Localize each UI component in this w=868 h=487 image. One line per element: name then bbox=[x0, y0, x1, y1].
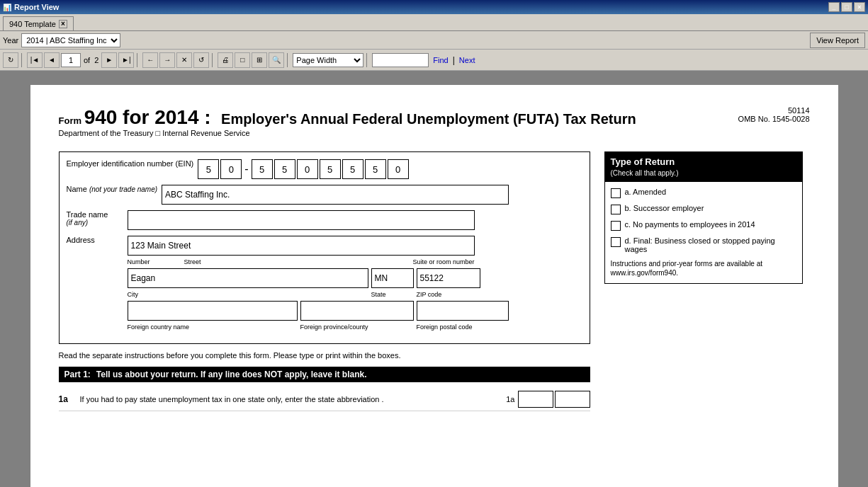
foreign-country-input[interactable] bbox=[128, 301, 298, 321]
part1-header: Part 1: Tell us about your return. If an… bbox=[59, 367, 590, 382]
find-input[interactable] bbox=[372, 53, 429, 67]
instructions: Read the separate instructions before yo… bbox=[59, 351, 590, 360]
form-fields-box: Employer identification number (EIN) 5 0… bbox=[59, 151, 590, 344]
address-row: Address Number Street Suite or room numb… bbox=[67, 236, 582, 331]
form-prefix: Form bbox=[59, 115, 82, 126]
next-page-button[interactable]: ► bbox=[101, 52, 117, 68]
foreign-province-input[interactable] bbox=[300, 301, 414, 321]
tor-item-d: d. Final: Business closed or stopped pay… bbox=[611, 236, 796, 253]
ein-row: Employer identification number (EIN) 5 0… bbox=[67, 159, 582, 179]
tor-checkbox-d[interactable] bbox=[611, 237, 621, 247]
tor-header: Type of Return (Check all that apply.) bbox=[605, 152, 802, 182]
window-title-bar: 📊 Report View _ □ × bbox=[0, 0, 868, 14]
omb-number: 50114 bbox=[738, 106, 810, 115]
tor-subheader: (Check all that apply.) bbox=[611, 169, 679, 177]
year-bar: Year 2014 | ABC Staffing Inc. View Repor… bbox=[0, 31, 868, 50]
line-1a-box-1[interactable] bbox=[518, 391, 553, 408]
ein-digit-4[interactable]: 5 bbox=[274, 159, 295, 179]
part1-label: Part 1: bbox=[64, 369, 91, 379]
ein-digit-7[interactable]: 5 bbox=[342, 159, 363, 179]
tor-label-b: b. Successor employer bbox=[625, 204, 704, 212]
foreign-province-label: Foreign province/county bbox=[300, 323, 414, 331]
zoom-button[interactable]: 🔍 bbox=[269, 52, 284, 68]
ein-digit-5[interactable]: 0 bbox=[297, 159, 318, 179]
close-button[interactable]: × bbox=[854, 2, 865, 12]
state-input[interactable] bbox=[371, 268, 414, 288]
ein-container: 5 0 - 5 5 0 5 5 5 0 bbox=[198, 159, 408, 179]
form-title-area: Form 940 for 2014 : Employer's Annual Fe… bbox=[59, 106, 738, 137]
ein-digit-3[interactable]: 5 bbox=[252, 159, 273, 179]
city-input[interactable] bbox=[128, 268, 368, 288]
addr-number-label: Number bbox=[128, 258, 184, 265]
print-button[interactable]: 🖨 bbox=[218, 52, 233, 68]
tor-checkbox-b[interactable] bbox=[611, 205, 621, 214]
right-panel-wrapper: Type of Return (Check all that apply.) a… bbox=[604, 151, 810, 411]
zip-input[interactable] bbox=[417, 268, 480, 288]
form-fields-area: Employer identification number (EIN) 5 0… bbox=[59, 151, 590, 411]
city-label: City bbox=[128, 291, 368, 298]
address-input[interactable] bbox=[128, 236, 475, 256]
ein-digit-2[interactable]: 0 bbox=[220, 159, 242, 179]
addr-street-label: Street bbox=[184, 258, 326, 265]
zoom-select[interactable]: Page Width bbox=[293, 53, 363, 67]
tor-checkbox-a[interactable] bbox=[611, 188, 621, 198]
back-button[interactable]: ← bbox=[142, 52, 158, 68]
tor-item-b: b. Successor employer bbox=[611, 204, 796, 214]
multi-page-button[interactable]: ⊞ bbox=[252, 52, 267, 68]
separator-3 bbox=[212, 53, 215, 67]
tor-label-c: c. No payments to employees in 2014 bbox=[625, 220, 755, 229]
addr-suite-label: Suite or room number bbox=[326, 258, 475, 265]
document: Form 940 for 2014 : Employer's Annual Fe… bbox=[30, 85, 838, 487]
stop-button[interactable]: ✕ bbox=[176, 52, 192, 68]
tor-item-c: c. No payments to employees in 2014 bbox=[611, 220, 796, 231]
form-number: Form 940 for 2014 : Employer's Annual Fe… bbox=[59, 106, 738, 129]
part1-title: Tell us about your return. If any line d… bbox=[96, 369, 367, 379]
tab-close-button[interactable]: × bbox=[59, 20, 67, 28]
first-page-button[interactable]: |◄ bbox=[27, 52, 43, 68]
ein-digit-8[interactable]: 5 bbox=[365, 159, 386, 179]
maximize-button[interactable]: □ bbox=[841, 2, 852, 12]
zip-label: ZIP code bbox=[417, 291, 480, 298]
tab-940-template[interactable]: 940 Template × bbox=[3, 16, 74, 30]
forward-button[interactable]: → bbox=[159, 52, 175, 68]
ein-digit-9[interactable]: 0 bbox=[388, 159, 409, 179]
minimize-button[interactable]: _ bbox=[828, 2, 840, 12]
city-state-labels: City State ZIP code bbox=[128, 291, 509, 298]
find-link[interactable]: Find bbox=[430, 56, 451, 64]
address-sublabels: Number Street Suite or room number bbox=[128, 258, 475, 265]
city-state-row bbox=[128, 268, 509, 288]
ein-digit-6[interactable]: 5 bbox=[320, 159, 341, 179]
omb-label: OMB No. 1545-0028 bbox=[738, 115, 810, 123]
foreign-postal-input[interactable] bbox=[417, 301, 509, 321]
reload-button[interactable]: ↺ bbox=[193, 52, 209, 68]
separator-2 bbox=[137, 53, 140, 67]
type-of-return-panel: Type of Return (Check all that apply.) a… bbox=[604, 151, 803, 284]
state-label: State bbox=[371, 291, 414, 298]
tor-item-a: a. Amended bbox=[611, 188, 796, 198]
app-icon: 📊 bbox=[3, 4, 11, 11]
tor-checkbox-c[interactable] bbox=[611, 221, 621, 231]
page-number-input[interactable] bbox=[61, 53, 81, 67]
line-1a-num: 1a bbox=[59, 394, 80, 404]
address-label: Address bbox=[67, 236, 123, 244]
view-report-button[interactable]: View Report bbox=[810, 33, 865, 48]
report-toolbar: ↻ |◄ ◄ of 2 ► ►| ← → ✕ ↺ 🖨 □ ⊞ 🔍 Page Wi… bbox=[0, 50, 868, 71]
prev-page-button[interactable]: ◄ bbox=[44, 52, 60, 68]
refresh-button[interactable]: ↻ bbox=[3, 52, 18, 68]
next-link[interactable]: Next bbox=[456, 56, 478, 64]
trade-name-input[interactable] bbox=[128, 210, 475, 230]
last-page-button[interactable]: ►| bbox=[118, 52, 134, 68]
foreign-row bbox=[128, 301, 509, 321]
ein-digit-1[interactable]: 5 bbox=[198, 159, 219, 179]
single-page-button[interactable]: □ bbox=[235, 52, 250, 68]
year-select[interactable]: 2014 | ABC Staffing Inc. bbox=[21, 33, 120, 47]
foreign-labels: Foreign country name Foreign province/co… bbox=[128, 323, 509, 331]
form-940-title: 940 for 2014 : bbox=[84, 106, 211, 128]
tor-note: Instructions and prior-year forms are av… bbox=[611, 259, 796, 277]
line-1a-boxes bbox=[518, 391, 590, 408]
tor-body: a. Amended b. Successor employer c. No p… bbox=[605, 182, 802, 283]
name-input[interactable] bbox=[162, 185, 509, 205]
year-label: Year bbox=[3, 36, 18, 45]
tab-bar: 940 Template × bbox=[0, 14, 868, 31]
line-1a-box-2[interactable] bbox=[555, 391, 590, 408]
